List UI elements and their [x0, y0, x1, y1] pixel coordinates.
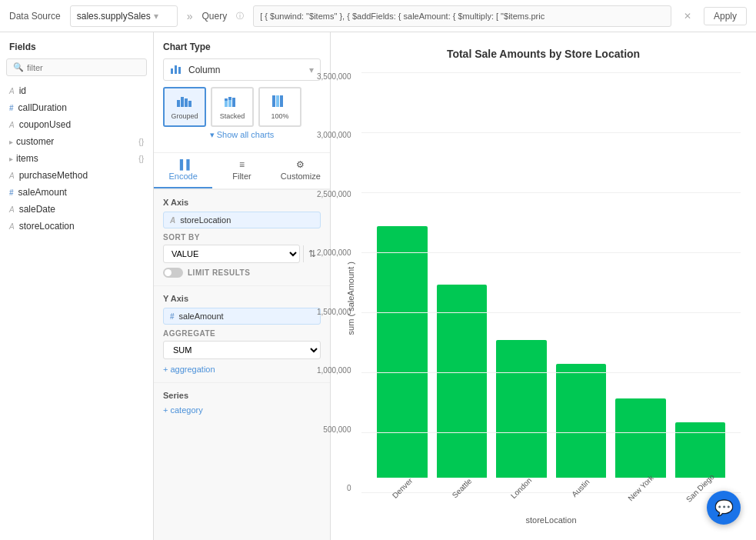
y-axis-section: Y Axis # saleAmount AGGREGATE SUMAVGMINM… [154, 286, 330, 383]
limit-toggle[interactable] [163, 268, 183, 278]
add-aggregation-link[interactable]: + aggregation [163, 365, 215, 374]
svg-rect-8 [225, 101, 228, 107]
chart-type-arrow-icon: ▾ [309, 65, 314, 75]
field-item[interactable]: #saleAmount [0, 184, 153, 201]
chart-variant-stacked[interactable]: Stacked [211, 87, 254, 127]
svg-rect-5 [185, 98, 188, 107]
fields-sidebar: Fields 🔍 Aid#callDurationAcouponUsed▸cus… [0, 32, 154, 540]
datasource-label: Data Source [9, 11, 61, 22]
field-name: storeLocation [19, 221, 144, 232]
apply-button[interactable]: Apply [704, 7, 747, 25]
bar[interactable] [377, 226, 428, 478]
bar-x-label: London [509, 476, 533, 500]
bar-group: New York [615, 398, 666, 492]
svg-rect-1 [175, 65, 177, 74]
field-item[interactable]: ApurchaseMethod [0, 167, 153, 184]
chart-inner: 3,500,0003,000,0002,500,0002,000,0001,50… [361, 72, 741, 525]
y-axis-field[interactable]: # saleAmount [163, 308, 321, 325]
bar-x-label: Seattle [450, 477, 473, 500]
x-axis-field[interactable]: A storeLocation [163, 212, 321, 228]
x-axis-field-name: storeLocation [180, 215, 231, 225]
tab-icon: ⚙ [296, 159, 305, 170]
svg-rect-2 [178, 67, 181, 74]
bar-group: San Diego [675, 422, 726, 492]
encode-tab-filter[interactable]: ≡Filter [212, 153, 271, 188]
aggregate-select[interactable]: SUMAVGMINMAXCOUNT [163, 341, 321, 359]
show-all-charts[interactable]: ▾ Show all charts [163, 127, 321, 143]
chart-variant-100%[interactable]: 100% [258, 87, 301, 127]
query-label: Query [202, 11, 228, 22]
gridline [361, 132, 741, 133]
field-item[interactable]: AstoreLocation [0, 218, 153, 235]
chart-type-name: Column [188, 65, 303, 75]
chart-variant-label: Stacked [220, 112, 245, 120]
svg-rect-4 [181, 97, 184, 107]
chart-variant-icon [224, 94, 241, 111]
bar[interactable] [437, 285, 488, 478]
aggregate-label: AGGREGATE [163, 329, 321, 338]
chart-variant-icon [176, 94, 193, 111]
column-chart-icon [170, 62, 182, 77]
filter-input[interactable] [27, 63, 140, 72]
field-item[interactable]: AcouponUsed [0, 116, 153, 133]
bar-group: Seattle [437, 285, 488, 492]
y-axis-field-name: saleAmount [179, 312, 224, 321]
field-braces-icon: {} [138, 155, 144, 163]
chat-button[interactable]: 💬 [707, 491, 741, 525]
chart-type-section: Chart Type Column ▾ GroupedStacked100% ▾… [154, 32, 330, 153]
field-name: purchaseMethod [19, 170, 144, 181]
field-name: couponUsed [19, 119, 144, 130]
datasource-select[interactable]: sales.supplySales ▾ [70, 5, 178, 27]
chart-title: Total Sale Amounts by Store Location [447, 48, 640, 60]
bar-group: Austin [556, 364, 607, 492]
field-name: items [16, 153, 135, 164]
svg-rect-13 [276, 95, 279, 107]
bar-group: Denver [377, 226, 428, 492]
limit-results-label: LIMIT RESULTS [188, 268, 250, 277]
query-clear-icon[interactable]: ✕ [681, 11, 694, 22]
datasource-arrow-icon: ▾ [154, 11, 158, 22]
field-type-hash-icon: # [9, 104, 14, 112]
chat-icon: 💬 [714, 498, 734, 517]
middle-panel: Chart Type Column ▾ GroupedStacked100% ▾… [154, 32, 331, 540]
add-category-link[interactable]: + category [163, 405, 203, 415]
x-axis-section: X Axis A storeLocation SORT BY VALUELABE… [154, 190, 330, 286]
main-layout: Fields 🔍 Aid#callDurationAcouponUsed▸cus… [0, 32, 756, 540]
filter-input-wrapper[interactable]: 🔍 [6, 58, 147, 76]
chart-area: Total Sale Amounts by Store Location sum… [331, 32, 756, 540]
sort-by-label: SORT BY [163, 233, 321, 242]
encode-tab-encode[interactable]: ▐▐Encode [154, 153, 212, 188]
bar[interactable] [675, 422, 726, 478]
svg-rect-12 [272, 95, 275, 107]
sort-direction-button[interactable]: ⇅ [303, 245, 321, 262]
field-item[interactable]: ▸items{} [0, 150, 153, 167]
field-item[interactable]: AsaleDate [0, 201, 153, 218]
bar[interactable] [556, 364, 607, 478]
sort-dropdown[interactable]: VALUELABELCOUNT [164, 245, 299, 262]
top-bar: Data Source sales.supplySales ▾ » Query … [0, 0, 756, 32]
field-type-hash-icon: # [9, 188, 14, 197]
field-item[interactable]: ▸customer{} [0, 133, 153, 150]
bar[interactable] [615, 398, 666, 478]
chart-type-select[interactable]: Column ▾ [163, 58, 321, 81]
query-input[interactable] [253, 5, 671, 27]
aggregate-dropdown[interactable]: SUMAVGMINMAXCOUNT [164, 342, 320, 358]
bar[interactable] [496, 340, 547, 478]
sort-select[interactable]: VALUELABELCOUNT [163, 245, 300, 263]
encode-tabs: ▐▐Encode≡Filter⚙Customize [154, 153, 330, 189]
chart-variant-label: 100% [271, 112, 288, 120]
field-item[interactable]: Aid [0, 82, 153, 99]
x-axis-title: X Axis [163, 198, 321, 207]
field-braces-icon: {} [138, 138, 144, 146]
chart-variant-grouped[interactable]: Grouped [163, 87, 206, 127]
encode-tab-customize[interactable]: ⚙Customize [271, 153, 330, 188]
field-item[interactable]: #callDuration [0, 99, 153, 116]
bars-container: Denver Seattle London Austin New York Sa… [361, 185, 741, 492]
arrow-icon[interactable]: » [187, 10, 193, 22]
gridline [361, 492, 741, 493]
bar-x-label: Austin [571, 478, 591, 498]
fields-list: Aid#callDurationAcouponUsed▸customer{}▸i… [0, 82, 153, 235]
svg-rect-0 [171, 68, 173, 74]
datasource-value: sales.supplySales [77, 11, 151, 22]
chart-variants: GroupedStacked100% [163, 87, 321, 127]
